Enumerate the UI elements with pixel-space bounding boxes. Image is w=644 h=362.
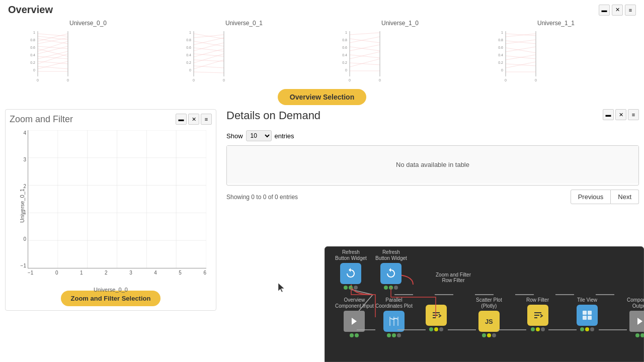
minimize-button[interactable]: ▬ [599, 5, 610, 16]
dot-green [635, 333, 639, 337]
parallel-label: ParallelCoordinates Plot [375, 297, 413, 309]
dot-gray [492, 333, 496, 337]
svg-text:0.2: 0.2 [498, 61, 503, 64]
svg-line-79 [506, 41, 536, 44]
zoom-row-filter-box[interactable] [426, 305, 447, 326]
details-minimize-button[interactable]: ▬ [603, 109, 614, 120]
svg-text:1: 1 [501, 31, 503, 34]
dot-gray [397, 333, 401, 337]
svg-text:0: 0 [37, 78, 39, 82]
svg-line-65 [350, 59, 380, 67]
svg-line-59 [350, 37, 380, 43]
svg-text:0: 0 [379, 78, 381, 82]
dot-green [355, 333, 359, 337]
data-table: No data available in table [226, 145, 639, 186]
close-button[interactable]: ✕ [612, 5, 623, 16]
svg-line-77 [506, 34, 536, 36]
flow-node-comp-output: Component Output [627, 297, 644, 337]
pagination-row: Showing 0 to 0 of 0 entries Previous Nex… [226, 190, 639, 204]
overview-selection-button[interactable]: Overview Selection [278, 89, 366, 105]
x-axis-ticks: −1 0 1 2 3 4 5 6 [28, 268, 206, 284]
scatter-box[interactable]: JS [478, 311, 500, 332]
x-tick-0: 0 [55, 270, 58, 276]
parallel-plot-0-0: 1 0.8 0.6 0.4 0.2 0 [23, 29, 153, 84]
dot-green [350, 333, 354, 337]
dot-green [389, 286, 393, 290]
scatter-plot-inner[interactable] [28, 130, 206, 268]
zoom-filter-panel: Zoom and Filter ▬ ✕ ≡ Universe_0_1 4 3 2… [5, 109, 216, 311]
svg-text:0.4: 0.4 [30, 53, 35, 57]
universe-title-0-1: Universe_0_1 [225, 20, 263, 27]
row-filter-label: Row Filter [526, 297, 549, 303]
comp-output-box[interactable] [629, 311, 644, 332]
dot-yellow [585, 327, 589, 331]
x-axis-label: Universe_0_0 [94, 287, 128, 293]
previous-button[interactable]: Previous [571, 190, 611, 204]
svg-line-41 [194, 49, 224, 57]
svg-text:0: 0 [345, 68, 347, 72]
flow-node-overview-input: OverviewComponent Input [335, 297, 374, 337]
svg-line-46 [194, 72, 224, 73]
flow-node-tile-view: Tile View [577, 297, 598, 331]
entries-select[interactable]: 10 25 50 100 [246, 130, 272, 141]
details-controls: ▬ ✕ ≡ [603, 109, 639, 120]
parallel-dots [387, 333, 401, 337]
dot-green [384, 286, 388, 290]
zoom-filter-selection-button[interactable]: Zoom and Filter Selection [61, 291, 161, 306]
flow-node-scatter: Scatter Plot(Plotly) JS [476, 297, 502, 337]
svg-text:1: 1 [345, 31, 347, 34]
svg-text:0: 0 [535, 78, 537, 82]
x-tick-1: 1 [80, 270, 83, 276]
refresh2-dots [384, 286, 398, 290]
zf-menu-button[interactable]: ≡ [201, 114, 212, 125]
dot-gray [394, 286, 398, 290]
y-tick-3: 3 [23, 157, 26, 162]
svg-text:0.6: 0.6 [30, 46, 35, 49]
overview-input-box[interactable] [344, 311, 365, 332]
x-tick-3: 3 [129, 270, 132, 276]
tile-view-dots [580, 327, 594, 331]
dot-gray [354, 286, 358, 290]
svg-line-103 [351, 290, 373, 295]
dot-green [392, 333, 396, 337]
svg-rect-115 [588, 316, 592, 320]
row-filter-dots [531, 327, 545, 331]
row-filter-box[interactable] [527, 305, 548, 326]
x-tick-5: 5 [179, 270, 182, 276]
details-title: Details on Demand [226, 109, 320, 122]
zoom-filter-title: Zoom and Filter [10, 114, 73, 125]
zf-close-button[interactable]: ✕ [188, 114, 199, 125]
next-button[interactable]: Next [611, 190, 639, 204]
parallel-plot-1-1: 1 0.8 0.6 0.4 0.2 0 [491, 29, 621, 84]
entries-label: entries [275, 132, 294, 140]
svg-line-81 [506, 48, 536, 53]
svg-rect-114 [583, 316, 587, 320]
menu-button[interactable]: ≡ [625, 5, 636, 16]
refresh1-box[interactable] [340, 263, 361, 284]
y-axis-ticks: 4 3 2 1 0 −1 [13, 130, 28, 268]
dot-green [531, 327, 535, 331]
parallel-box[interactable] [383, 311, 405, 332]
svg-text:0: 0 [33, 68, 35, 72]
dot-gray [439, 327, 443, 331]
details-close-button[interactable]: ✕ [615, 109, 626, 120]
refresh2-box[interactable] [380, 263, 401, 284]
page-title: Overview [8, 4, 53, 16]
scatter-dots [482, 333, 496, 337]
svg-rect-113 [588, 311, 592, 315]
dot-green [482, 333, 486, 337]
zoom-row-filter-dots [429, 327, 443, 331]
universe-panel-0-1: Universe_0_1 1 0.8 0.6 0.4 0.2 0 [174, 20, 314, 84]
tile-view-box[interactable] [577, 305, 598, 326]
svg-line-9 [38, 36, 68, 40]
dot-yellow [536, 327, 540, 331]
svg-text:0: 0 [67, 78, 69, 82]
svg-text:0.6: 0.6 [186, 46, 191, 49]
zf-minimize-button[interactable]: ▬ [176, 114, 187, 125]
show-row: Show 10 25 50 100 entries [226, 130, 639, 141]
details-menu-button[interactable]: ≡ [628, 109, 639, 120]
y-tick-1: 1 [23, 210, 26, 215]
pagination-controls: Previous Next [571, 190, 639, 204]
svg-text:0.4: 0.4 [498, 53, 503, 57]
overview-input-label: OverviewComponent Input [335, 297, 374, 309]
